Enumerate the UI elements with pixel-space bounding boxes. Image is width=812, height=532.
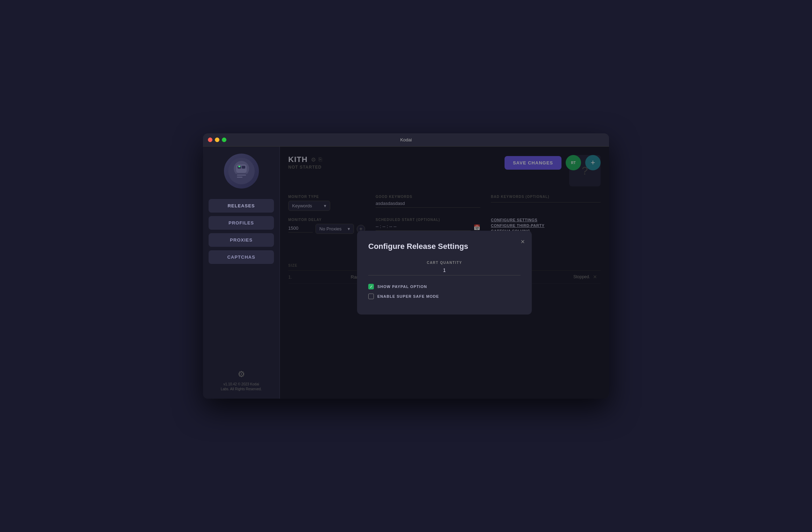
sidebar-item-releases[interactable]: RELEASES [209,199,274,213]
svg-rect-6 [236,173,247,179]
svg-rect-2 [236,164,247,173]
super-safe-label: ENABLE SUPER SAFE MODE [377,294,439,298]
show-paypal-checkbox[interactable]: ✓ [368,284,374,289]
main-content: KITH ⚙ ⎘ NOT STARTED ? SAVE CHANGES RT + [280,147,609,399]
traffic-lights [208,138,226,142]
cart-quantity-label: CART QUANTITY [368,261,521,265]
settings-icon[interactable]: ⚙ [238,369,245,379]
svg-rect-4 [242,166,245,169]
window-title: Kodai [400,137,412,142]
sidebar-bottom: ⚙ v1.10.42 © 2023 Kodai Labs. All Rights… [221,369,262,392]
minimize-button[interactable] [215,138,219,142]
svg-rect-8 [237,177,242,178]
sidebar-item-profiles[interactable]: PROFILES [209,216,274,230]
svg-rect-7 [237,175,246,176]
version-text: v1.10.42 © 2023 Kodai Labs. All Rights R… [221,382,262,392]
super-safe-row: ENABLE SUPER SAFE MODE [368,294,521,299]
cart-quantity-value[interactable]: 1 [368,267,521,275]
avatar [224,154,259,189]
modal-title: Configure Release Settings [368,242,521,251]
app-body: RELEASES PROFILES PROXIES CAPTCHAS ⚙ v1.… [203,147,609,399]
close-button[interactable] [208,138,212,142]
app-window: Kodai [203,133,609,399]
titlebar: Kodai [203,133,609,147]
modal-close-button[interactable]: × [521,238,525,246]
robot-icon [226,155,257,187]
checkmark-icon: ✓ [370,285,373,289]
sidebar-item-proxies[interactable]: PROXIES [209,233,274,247]
svg-rect-5 [238,166,240,167]
maximize-button[interactable] [222,138,226,142]
cart-quantity-field: CART QUANTITY 1 [368,261,521,275]
super-safe-checkbox[interactable] [368,294,374,299]
avatar-circle [224,154,259,189]
sidebar: RELEASES PROFILES PROXIES CAPTCHAS ⚙ v1.… [203,147,280,399]
show-paypal-row: ✓ SHOW PAYPAL OPTION [368,284,521,289]
configure-release-modal: × Configure Release Settings CART QUANTI… [357,231,532,315]
modal-overlay[interactable]: × Configure Release Settings CART QUANTI… [280,147,609,399]
show-paypal-label: SHOW PAYPAL OPTION [377,285,427,289]
sidebar-item-captchas[interactable]: CAPTCHAS [209,250,274,264]
